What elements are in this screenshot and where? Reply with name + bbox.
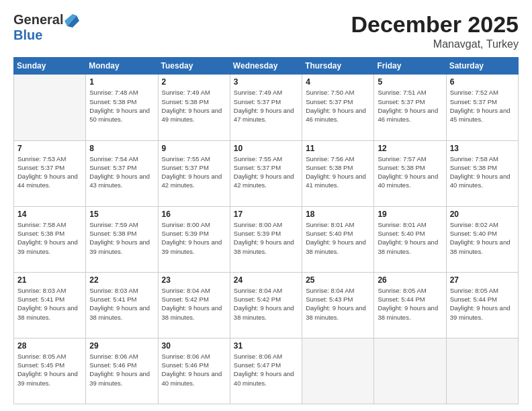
day-number: 21 — [17, 275, 82, 285]
day-info: Sunrise: 7:59 AMSunset: 5:38 PMDaylight:… — [89, 220, 154, 256]
day-cell: 9Sunrise: 7:55 AMSunset: 5:37 PMDaylight… — [158, 140, 230, 206]
day-number: 19 — [378, 210, 442, 219]
logo-line1: General — [13, 12, 79, 28]
day-info: Sunrise: 8:04 AMSunset: 5:43 PMDaylight:… — [306, 286, 370, 322]
day-number: 31 — [234, 341, 298, 351]
day-number: 8 — [89, 144, 154, 153]
day-cell: 30Sunrise: 8:06 AMSunset: 5:46 PMDayligh… — [158, 338, 230, 404]
title-block: December 2025 Manavgat, Turkey — [351, 12, 519, 50]
col-header-thursday: Thursday — [302, 58, 374, 75]
day-cell — [302, 338, 374, 404]
logo-icon — [64, 14, 79, 28]
week-row-1: 1Sunrise: 7:48 AMSunset: 5:38 PMDaylight… — [14, 75, 519, 140]
day-number: 23 — [162, 275, 226, 285]
day-cell: 28Sunrise: 8:05 AMSunset: 5:45 PMDayligh… — [14, 338, 86, 404]
day-number: 5 — [378, 77, 442, 87]
day-cell — [14, 75, 86, 140]
day-info: Sunrise: 7:57 AMSunset: 5:38 PMDaylight:… — [378, 154, 442, 190]
day-info: Sunrise: 8:01 AMSunset: 5:40 PMDaylight:… — [378, 220, 442, 256]
day-cell: 12Sunrise: 7:57 AMSunset: 5:38 PMDayligh… — [374, 140, 446, 206]
day-info: Sunrise: 8:05 AMSunset: 5:44 PMDaylight:… — [450, 286, 515, 322]
day-info: Sunrise: 8:03 AMSunset: 5:41 PMDaylight:… — [89, 286, 154, 322]
day-cell: 25Sunrise: 8:04 AMSunset: 5:43 PMDayligh… — [302, 272, 374, 338]
day-number: 26 — [378, 275, 442, 285]
day-cell: 7Sunrise: 7:53 AMSunset: 5:37 PMDaylight… — [14, 140, 86, 206]
day-info: Sunrise: 7:51 AMSunset: 5:37 PMDaylight:… — [378, 88, 442, 124]
day-cell: 6Sunrise: 7:52 AMSunset: 5:37 PMDaylight… — [446, 75, 518, 140]
week-row-4: 21Sunrise: 8:03 AMSunset: 5:41 PMDayligh… — [14, 272, 519, 338]
day-info: Sunrise: 8:01 AMSunset: 5:40 PMDaylight:… — [306, 220, 370, 256]
day-cell: 4Sunrise: 7:50 AMSunset: 5:37 PMDaylight… — [302, 75, 374, 140]
day-cell: 22Sunrise: 8:03 AMSunset: 5:41 PMDayligh… — [86, 272, 158, 338]
day-cell: 1Sunrise: 7:48 AMSunset: 5:38 PMDaylight… — [86, 75, 158, 140]
main-title: December 2025 — [351, 12, 519, 37]
week-row-2: 7Sunrise: 7:53 AMSunset: 5:37 PMDaylight… — [14, 140, 519, 206]
day-cell: 29Sunrise: 8:06 AMSunset: 5:46 PMDayligh… — [86, 338, 158, 404]
day-number: 16 — [162, 210, 226, 219]
day-cell: 16Sunrise: 8:00 AMSunset: 5:39 PMDayligh… — [158, 206, 230, 272]
day-number: 15 — [89, 210, 154, 219]
day-info: Sunrise: 7:54 AMSunset: 5:37 PMDaylight:… — [89, 154, 154, 190]
col-header-saturday: Saturday — [446, 58, 518, 75]
subtitle: Manavgat, Turkey — [351, 38, 519, 50]
day-number: 24 — [234, 275, 298, 285]
day-info: Sunrise: 8:05 AMSunset: 5:44 PMDaylight:… — [378, 286, 442, 322]
day-number: 22 — [89, 275, 154, 285]
day-cell: 26Sunrise: 8:05 AMSunset: 5:44 PMDayligh… — [374, 272, 446, 338]
day-number: 20 — [450, 210, 515, 219]
day-number: 28 — [17, 341, 82, 351]
day-cell: 27Sunrise: 8:05 AMSunset: 5:44 PMDayligh… — [446, 272, 518, 338]
day-info: Sunrise: 8:06 AMSunset: 5:47 PMDaylight:… — [234, 352, 298, 387]
day-cell — [374, 338, 446, 404]
day-number: 17 — [234, 210, 298, 219]
logo-general: General — [13, 12, 63, 28]
logo-blue: Blue — [13, 28, 42, 43]
day-info: Sunrise: 8:00 AMSunset: 5:39 PMDaylight:… — [234, 220, 298, 256]
day-cell: 24Sunrise: 8:04 AMSunset: 5:42 PMDayligh… — [230, 272, 302, 338]
day-cell: 13Sunrise: 7:58 AMSunset: 5:38 PMDayligh… — [446, 140, 518, 206]
col-header-sunday: Sunday — [14, 58, 86, 75]
day-number: 4 — [306, 77, 370, 87]
col-header-wednesday: Wednesday — [230, 58, 302, 75]
day-info: Sunrise: 8:06 AMSunset: 5:46 PMDaylight:… — [89, 352, 154, 387]
day-cell: 5Sunrise: 7:51 AMSunset: 5:37 PMDaylight… — [374, 75, 446, 140]
day-cell: 8Sunrise: 7:54 AMSunset: 5:37 PMDaylight… — [86, 140, 158, 206]
day-info: Sunrise: 7:55 AMSunset: 5:37 PMDaylight:… — [234, 154, 298, 190]
day-number: 25 — [306, 275, 370, 285]
day-info: Sunrise: 7:48 AMSunset: 5:38 PMDaylight:… — [89, 88, 154, 124]
day-info: Sunrise: 7:55 AMSunset: 5:37 PMDaylight:… — [162, 154, 226, 190]
day-number: 10 — [234, 144, 298, 153]
day-number: 14 — [17, 210, 82, 219]
col-header-tuesday: Tuesday — [158, 58, 230, 75]
day-info: Sunrise: 7:49 AMSunset: 5:38 PMDaylight:… — [162, 88, 226, 124]
day-cell: 15Sunrise: 7:59 AMSunset: 5:38 PMDayligh… — [86, 206, 158, 272]
day-cell: 19Sunrise: 8:01 AMSunset: 5:40 PMDayligh… — [374, 206, 446, 272]
day-info: Sunrise: 7:52 AMSunset: 5:37 PMDaylight:… — [450, 88, 515, 124]
logo: General Blue — [13, 12, 79, 43]
day-cell: 31Sunrise: 8:06 AMSunset: 5:47 PMDayligh… — [230, 338, 302, 404]
day-cell: 10Sunrise: 7:55 AMSunset: 5:37 PMDayligh… — [230, 140, 302, 206]
day-info: Sunrise: 8:05 AMSunset: 5:45 PMDaylight:… — [17, 352, 82, 387]
day-info: Sunrise: 8:06 AMSunset: 5:46 PMDaylight:… — [162, 352, 226, 387]
day-info: Sunrise: 7:58 AMSunset: 5:38 PMDaylight:… — [450, 154, 515, 190]
header: General Blue December 2025 Manavgat, Tur… — [13, 12, 519, 50]
day-number: 1 — [89, 77, 154, 87]
day-info: Sunrise: 7:49 AMSunset: 5:37 PMDaylight:… — [234, 88, 298, 124]
day-number: 3 — [234, 77, 298, 87]
day-number: 12 — [378, 144, 442, 153]
day-info: Sunrise: 7:53 AMSunset: 5:37 PMDaylight:… — [17, 154, 82, 190]
day-info: Sunrise: 8:02 AMSunset: 5:40 PMDaylight:… — [450, 220, 515, 256]
day-info: Sunrise: 7:58 AMSunset: 5:38 PMDaylight:… — [17, 220, 82, 256]
col-header-monday: Monday — [86, 58, 158, 75]
day-number: 7 — [17, 144, 82, 153]
day-number: 18 — [306, 210, 370, 219]
day-info: Sunrise: 8:03 AMSunset: 5:41 PMDaylight:… — [17, 286, 82, 322]
day-number: 11 — [306, 144, 370, 153]
day-cell: 11Sunrise: 7:56 AMSunset: 5:38 PMDayligh… — [302, 140, 374, 206]
day-cell: 21Sunrise: 8:03 AMSunset: 5:41 PMDayligh… — [14, 272, 86, 338]
col-header-friday: Friday — [374, 58, 446, 75]
day-info: Sunrise: 8:04 AMSunset: 5:42 PMDaylight:… — [234, 286, 298, 322]
day-info: Sunrise: 8:00 AMSunset: 5:39 PMDaylight:… — [162, 220, 226, 256]
day-info: Sunrise: 8:04 AMSunset: 5:42 PMDaylight:… — [162, 286, 226, 322]
day-cell: 2Sunrise: 7:49 AMSunset: 5:38 PMDaylight… — [158, 75, 230, 140]
